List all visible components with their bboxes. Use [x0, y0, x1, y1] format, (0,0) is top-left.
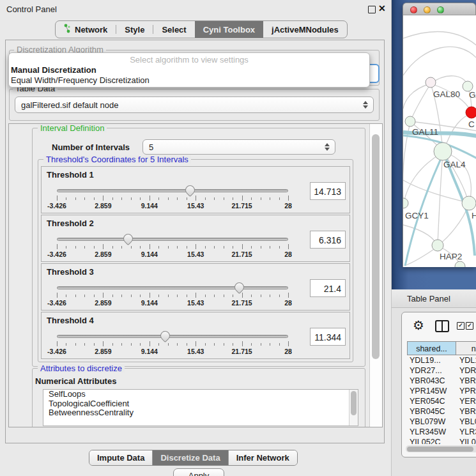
cell-shared-name[interactable]: YDL19... — [407, 355, 456, 365]
slider-thumb[interactable] — [121, 232, 135, 245]
table-row[interactable]: YER054C YER0 — [407, 396, 476, 406]
slider-track[interactable] — [57, 335, 288, 338]
network-node[interactable] — [405, 116, 415, 127]
scrollbar-thumb[interactable] — [351, 391, 357, 415]
cell-shared-name[interactable]: YBR043C — [407, 376, 456, 386]
cell-name[interactable]: YIL0 — [456, 437, 476, 444]
threshold-value-field[interactable]: 6.316 — [310, 231, 346, 249]
cell-shared-name[interactable]: YBR045C — [407, 406, 456, 417]
table-toolbar: ⚙ ✓ ✓ — [402, 312, 476, 339]
network-canvas[interactable]: GAL80GACGAL11GAL4GCY1HHAP2 — [403, 15, 476, 267]
cell-shared-name[interactable]: YER054C — [407, 396, 456, 406]
close-traffic-light-icon[interactable] — [410, 6, 417, 13]
tab-infer-network[interactable]: Infer Network — [228, 450, 297, 465]
cell-name[interactable]: YBR0 — [456, 376, 476, 386]
threshold-slider[interactable] — [57, 282, 288, 293]
threshold-panel: Threshold 2 -3.4262.8599.14415.4321.7152… — [41, 215, 350, 262]
cell-name[interactable]: YBR0 — [456, 406, 476, 417]
combo-arrows-icon — [362, 101, 368, 109]
threshold-slider[interactable] — [57, 330, 288, 342]
algorithm-combobox[interactable] — [369, 64, 380, 83]
numerical-attributes-list: SelfLoops TopologicalCoefficient Between… — [43, 389, 358, 426]
table-panel: Table Panel ⚙ ✓ ✓ shared... name YDL19..… — [392, 289, 476, 476]
table-header-row: shared... name — [407, 341, 476, 355]
slider-tick-labels: -3.4262.8599.14415.4321.71528 — [57, 250, 288, 258]
checkbox-icon[interactable]: ✓ — [457, 322, 464, 330]
network-node-label: GAL4 — [443, 160, 466, 169]
tab-select[interactable]: Select — [153, 21, 194, 38]
network-node[interactable] — [432, 240, 443, 251]
cell-name[interactable]: YLR3 — [456, 427, 476, 437]
threshold-slider[interactable] — [57, 185, 288, 196]
table-row[interactable]: YBR045C YBR0 — [407, 406, 476, 417]
network-node[interactable] — [466, 107, 476, 118]
number-of-intervals-combobox[interactable]: 5 — [142, 139, 335, 155]
list-item[interactable]: TopologicalCoefficient — [43, 399, 358, 409]
scrollbar-thumb[interactable] — [372, 134, 380, 359]
dropdown-option-equal-width[interactable]: Equal Width/Frequency Discretization — [9, 75, 369, 86]
cell-name[interactable]: YPR1 — [456, 386, 476, 396]
cell-shared-name[interactable]: YLR345W — [407, 427, 456, 437]
threshold-slider[interactable] — [57, 233, 288, 245]
column-header-name[interactable]: name — [456, 341, 476, 355]
cell-name[interactable]: YDR2 — [456, 365, 476, 376]
close-icon[interactable]: ✕ — [378, 3, 386, 13]
split-column-icon[interactable] — [435, 320, 449, 332]
cell-name[interactable]: YBL0 — [456, 417, 476, 427]
list-item[interactable]: SelfLoops — [43, 390, 358, 399]
slider-thumb[interactable] — [158, 329, 172, 342]
network-node[interactable] — [455, 261, 465, 267]
threshold-panel: Threshold 1 -3.4262.8599.14415.4321.7152… — [41, 166, 350, 213]
column-header-shared-name[interactable]: shared... — [407, 341, 456, 355]
cell-name[interactable]: YDL1 — [456, 355, 476, 365]
cell-name[interactable]: YER0 — [456, 396, 476, 406]
horizontal-scrollbar[interactable] — [406, 445, 476, 452]
number-of-intervals-value: 5 — [143, 142, 324, 152]
vertical-scrollbar[interactable] — [369, 124, 382, 427]
table-row[interactable]: YBR043C YBR0 — [407, 376, 476, 386]
network-window-titlebar[interactable] — [403, 3, 476, 15]
checkbox-icon[interactable]: ✓ — [466, 322, 473, 330]
network-node[interactable] — [403, 198, 408, 208]
threshold-value-field[interactable]: 11.344 — [310, 328, 346, 346]
attributes-scrollbar[interactable] — [349, 390, 358, 426]
network-node[interactable] — [462, 196, 476, 210]
threshold-title: Threshold 2 — [47, 219, 94, 228]
slider-track[interactable] — [57, 189, 288, 192]
table-row[interactable]: YDR27... YDR2 — [407, 365, 476, 376]
slider-thumb[interactable] — [183, 183, 197, 197]
cell-shared-name[interactable]: YPR145W — [407, 386, 456, 396]
cell-shared-name[interactable]: YIL052C — [407, 437, 456, 444]
tab-discretize-data[interactable]: Discretize Data — [152, 450, 227, 465]
threshold-panel: Threshold 3 -3.4262.8599.14415.4321.7152… — [41, 263, 350, 311]
list-item[interactable]: BetweennessCentrality — [43, 408, 358, 418]
tab-impute-data[interactable]: Impute Data — [89, 450, 152, 465]
tab-network[interactable]: Network — [56, 21, 116, 38]
minimize-traffic-light-icon[interactable] — [424, 6, 431, 13]
scrollbar-thumb[interactable] — [407, 447, 473, 452]
apply-button[interactable]: Apply — [173, 468, 224, 476]
table-row[interactable]: YPR145W YPR1 — [407, 386, 476, 396]
slider-track[interactable] — [57, 238, 288, 241]
tab-style[interactable]: Style — [116, 21, 153, 38]
slider-track[interactable] — [57, 286, 288, 289]
network-node[interactable] — [434, 142, 452, 160]
table-panel-title: Table Panel — [407, 294, 450, 303]
cell-shared-name[interactable]: YDR27... — [407, 365, 456, 376]
tab-jactivemnodules[interactable]: jActiveMNodules — [263, 21, 347, 38]
network-node[interactable] — [426, 77, 436, 88]
cell-shared-name[interactable]: YBL079W — [407, 417, 456, 427]
threshold-value-field[interactable]: 14.713 — [310, 182, 346, 200]
gear-icon[interactable]: ⚙ — [413, 318, 424, 333]
table-row[interactable]: YLR345W YLR3 — [407, 427, 476, 437]
table-row[interactable]: YDL19... YDL1 — [407, 355, 476, 365]
table-data-combobox[interactable]: galFiltered.sif default node — [15, 96, 374, 113]
float-window-icon[interactable] — [368, 6, 376, 13]
table-row[interactable]: YIL052C YIL0 — [407, 437, 476, 444]
threshold-value-field[interactable]: 21.4 — [310, 279, 346, 297]
table-row[interactable]: YBL079W YBL0 — [407, 417, 476, 427]
tab-cyni-toolbox[interactable]: Cyni Toolbox — [195, 21, 263, 38]
dropdown-option-manual[interactable]: Manual Discretization — [9, 65, 369, 75]
zoom-traffic-light-icon[interactable] — [437, 6, 444, 13]
slider-thumb[interactable] — [233, 280, 246, 294]
